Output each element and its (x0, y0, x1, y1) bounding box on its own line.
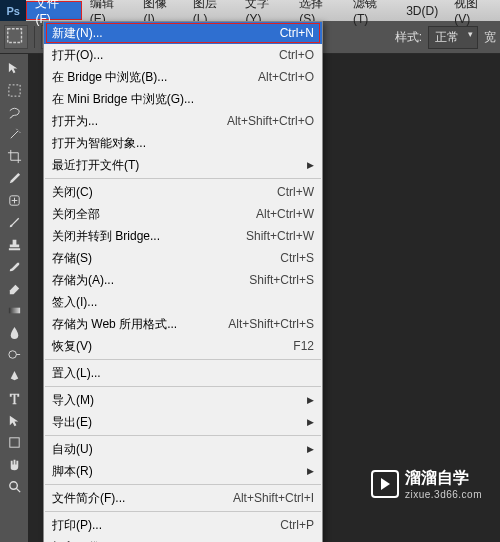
svg-rect-0 (8, 29, 22, 43)
menu-item[interactable]: 新建(N)...Ctrl+N (44, 22, 322, 44)
menu-item[interactable]: 文字(Y) (237, 0, 291, 21)
menu-item[interactable]: 关闭并转到 Bridge...Shift+Ctrl+W (44, 225, 322, 247)
history-brush-tool[interactable] (3, 256, 25, 276)
menu-item-label: 导入(M) (52, 392, 307, 409)
menu-item[interactable]: 图像(I) (135, 0, 184, 21)
menu-separator (45, 511, 321, 512)
menu-item[interactable]: 置入(L)... (44, 362, 322, 384)
menu-item[interactable]: 打开为...Alt+Shift+Ctrl+O (44, 110, 322, 132)
svg-point-10 (8, 350, 16, 358)
menu-item-label: 关闭并转到 Bridge... (52, 228, 246, 245)
svg-point-12 (9, 481, 17, 489)
menu-shortcut: Alt+Ctrl+O (258, 70, 314, 84)
stamp-tool[interactable] (3, 234, 25, 254)
menu-item[interactable]: 在 Bridge 中浏览(B)...Alt+Ctrl+O (44, 66, 322, 88)
menu-item-label: 存储为(A)... (52, 272, 249, 289)
menu-item-label: 在 Bridge 中浏览(B)... (52, 69, 258, 86)
pen-tool[interactable] (3, 366, 25, 386)
gradient-tool[interactable] (3, 300, 25, 320)
menu-separator (45, 435, 321, 436)
menu-item-label: 打印(P)... (52, 517, 280, 534)
menu-separator (45, 359, 321, 360)
menu-item[interactable]: 导入(M)▶ (44, 389, 322, 411)
tools-panel (0, 54, 28, 542)
menu-item[interactable]: 打印一份(Y)Alt+Shift+Ctrl+P (44, 536, 322, 542)
type-tool[interactable] (3, 388, 25, 408)
menu-item[interactable]: 图层(L) (185, 0, 238, 21)
menu-item[interactable]: 文件(F) (26, 1, 81, 20)
menu-item[interactable]: 自动(U)▶ (44, 438, 322, 460)
style-label: 样式: (395, 29, 422, 46)
menu-item[interactable]: 文件简介(F)...Alt+Shift+Ctrl+I (44, 487, 322, 509)
menu-item-label: 置入(L)... (52, 365, 314, 382)
magic-wand-tool[interactable] (3, 124, 25, 144)
shape-tool[interactable] (3, 432, 25, 452)
menu-item-label: 打开为智能对象... (52, 135, 314, 152)
play-icon (371, 470, 399, 498)
menu-shortcut: F12 (293, 339, 314, 353)
hand-tool[interactable] (3, 454, 25, 474)
menu-separator (45, 484, 321, 485)
menu-item-label: 打印一份(Y) (52, 539, 228, 543)
menu-item[interactable]: 视图(V) (446, 0, 500, 21)
menu-separator (45, 386, 321, 387)
style-dropdown[interactable]: 正常 (428, 26, 478, 49)
menu-item[interactable]: 选择(S) (291, 0, 345, 21)
menu-item[interactable]: 编辑(E) (82, 0, 136, 21)
menu-item-label: 关闭(C) (52, 184, 277, 201)
submenu-arrow-icon: ▶ (307, 160, 314, 170)
menu-item-label: 存储为 Web 所用格式... (52, 316, 228, 333)
menu-item[interactable]: 恢复(V)F12 (44, 335, 322, 357)
tool-preset-button[interactable] (4, 25, 28, 49)
crop-tool[interactable] (3, 146, 25, 166)
eraser-tool[interactable] (3, 278, 25, 298)
menu-shortcut: Alt+Shift+Ctrl+O (227, 114, 314, 128)
menu-item[interactable]: 滤镜(T) (345, 0, 398, 21)
svg-rect-11 (9, 437, 18, 446)
submenu-arrow-icon: ▶ (307, 466, 314, 476)
menu-item[interactable]: 打印(P)...Ctrl+P (44, 514, 322, 536)
menu-item[interactable]: 存储为(A)...Shift+Ctrl+S (44, 269, 322, 291)
menu-item-label: 打开(O)... (52, 47, 279, 64)
eyedropper-tool[interactable] (3, 168, 25, 188)
menu-item-label: 签入(I)... (52, 294, 314, 311)
menu-item[interactable]: 导出(E)▶ (44, 411, 322, 433)
lasso-tool[interactable] (3, 102, 25, 122)
menubar: Ps 文件(F)编辑(E)图像(I)图层(L)文字(Y)选择(S)滤镜(T)3D… (0, 0, 500, 21)
menu-item[interactable]: 打开(O)...Ctrl+O (44, 44, 322, 66)
watermark-title: 溜溜自学 (405, 468, 482, 489)
menu-shortcut: Alt+Shift+Ctrl+I (233, 491, 314, 505)
menu-shortcut: Shift+Ctrl+W (246, 229, 314, 243)
blur-tool[interactable] (3, 322, 25, 342)
menu-item[interactable]: 存储(S)Ctrl+S (44, 247, 322, 269)
menu-shortcut: Shift+Ctrl+S (249, 273, 314, 287)
move-tool[interactable] (3, 58, 25, 78)
path-tool[interactable] (3, 410, 25, 430)
menu-item[interactable]: 关闭全部Alt+Ctrl+W (44, 203, 322, 225)
menu-shortcut: Ctrl+W (277, 185, 314, 199)
menu-item-label: 文件简介(F)... (52, 490, 233, 507)
zoom-tool[interactable] (3, 476, 25, 496)
submenu-arrow-icon: ▶ (307, 417, 314, 427)
menu-item[interactable]: 最近打开文件(T)▶ (44, 154, 322, 176)
menu-item[interactable]: 签入(I)... (44, 291, 322, 313)
menu-shortcut: Ctrl+N (280, 26, 314, 40)
marquee-tool[interactable] (3, 80, 25, 100)
file-menu-dropdown: 新建(N)...Ctrl+N打开(O)...Ctrl+O在 Bridge 中浏览… (43, 21, 323, 542)
menu-item[interactable]: 在 Mini Bridge 中浏览(G)... (44, 88, 322, 110)
menu-item-label: 关闭全部 (52, 206, 256, 223)
width-label: 宽 (484, 29, 496, 46)
menu-shortcut: Ctrl+O (279, 48, 314, 62)
submenu-arrow-icon: ▶ (307, 444, 314, 454)
menu-item[interactable]: 打开为智能对象... (44, 132, 322, 154)
menu-item-label: 新建(N)... (52, 25, 280, 42)
menu-item[interactable]: 存储为 Web 所用格式...Alt+Shift+Ctrl+S (44, 313, 322, 335)
menu-item-label: 打开为... (52, 113, 227, 130)
brush-tool[interactable] (3, 212, 25, 232)
menu-item-label: 在 Mini Bridge 中浏览(G)... (52, 91, 314, 108)
healing-tool[interactable] (3, 190, 25, 210)
menu-item[interactable]: 脚本(R)▶ (44, 460, 322, 482)
dodge-tool[interactable] (3, 344, 25, 364)
menu-item[interactable]: 3D(D) (398, 0, 446, 21)
menu-item[interactable]: 关闭(C)Ctrl+W (44, 181, 322, 203)
